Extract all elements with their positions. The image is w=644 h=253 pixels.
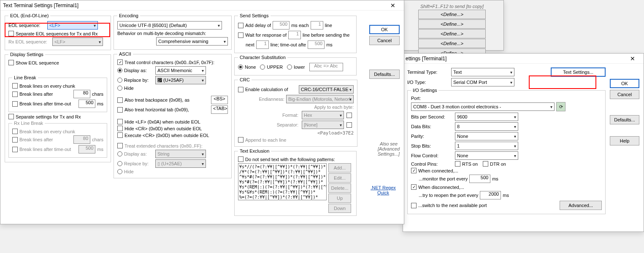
rx-line-break-legend: Rx Line Break — [12, 121, 45, 126]
reopen-label: ...try to reopen the port every — [419, 193, 478, 198]
ok-button[interactable]: OK — [610, 79, 639, 88]
switch-next-label: ...switch to the next available port — [418, 203, 487, 208]
switch-next-checkbox[interactable] — [411, 203, 417, 208]
rx-break-timeout-checkbox — [12, 147, 18, 152]
break-after-checkbox[interactable] — [12, 92, 18, 97]
crc-append-checkbox — [238, 137, 244, 143]
io-settings-legend: I/O Settings — [411, 88, 438, 93]
terminal-type-select[interactable]: Text — [451, 68, 514, 76]
close-icon[interactable]: ✕ — [384, 0, 401, 11]
close-icon[interactable]: ✕ — [624, 54, 641, 64]
separate-display-txrx-checkbox[interactable] — [8, 114, 14, 119]
charsub-lower-radio[interactable] — [287, 65, 292, 70]
add-delay-label: Add delay of — [245, 23, 271, 28]
help-button[interactable]: Help — [610, 136, 639, 145]
texcl-delete-button[interactable]: Delete... — [328, 183, 351, 193]
treat-control-checkbox[interactable] — [117, 59, 123, 65]
break-chunk-label: Break lines on every chunk — [19, 83, 75, 89]
hide-cr-checkbox[interactable] — [117, 126, 123, 131]
port-select[interactable]: COM8 - Duet 3 motion control electronics… — [411, 102, 555, 111]
defaults-button[interactable]: Defaults... — [610, 115, 639, 124]
ok-button[interactable]: OK — [369, 25, 400, 34]
also-bs-checkbox[interactable] — [117, 97, 123, 103]
display-as-select[interactable]: ASCII Mnemonic — [155, 66, 206, 75]
charsub-upper-radio[interactable] — [260, 65, 265, 70]
display-as-radio[interactable] — [117, 68, 122, 73]
also-tab-checkbox[interactable] — [117, 107, 123, 113]
wait-after-label: line; time-out afte — [271, 42, 306, 47]
text-exclusion-legend: Text Exclusion — [238, 148, 271, 153]
wait-resp-checkbox[interactable] — [238, 32, 244, 38]
mismatch-select[interactable]: Comprehensive warning — [156, 37, 228, 46]
when-disconnected-label: When disconnected,... — [418, 185, 464, 190]
break-timeout-label: Break lines after time-out — [19, 101, 71, 106]
texcl-enable-checkbox[interactable] — [238, 156, 244, 162]
add-delay-checkbox[interactable] — [238, 23, 244, 28]
exec-cr-checkbox[interactable] — [117, 132, 123, 138]
when-disconnected-checkbox[interactable] — [411, 184, 417, 190]
separate-eol-txrx-checkbox[interactable] — [8, 31, 14, 36]
regex-link[interactable]: .NET Regex Quick — [367, 185, 400, 195]
add-delay-lines-input[interactable]: 1 — [311, 21, 323, 30]
show-eol-checkbox[interactable] — [8, 60, 14, 65]
define-button[interactable]: <Define...> — [418, 39, 486, 48]
crc-payload: <Payload>37E2 — [317, 130, 354, 136]
replace-by2-label: Replace by: — [124, 161, 154, 166]
hide-lf-checkbox[interactable] — [117, 119, 123, 124]
break-timeout-checkbox[interactable] — [12, 101, 18, 107]
charsub-lower-label: lower — [294, 65, 305, 70]
define-button[interactable]: <Define...> — [418, 29, 486, 38]
crc-enable-checkbox[interactable] — [238, 87, 244, 92]
defaults-button[interactable]: Defaults... — [369, 70, 400, 79]
stop-bits-select[interactable]: 1 — [455, 142, 518, 150]
eol-sequence-select[interactable]: <LF> — [47, 21, 98, 30]
hide-radio[interactable] — [117, 86, 122, 91]
texcl-up-button[interactable]: Up — [328, 194, 351, 203]
crc-format-select: Hex — [302, 111, 344, 119]
text-settings-button[interactable]: Text Settings... — [551, 67, 606, 77]
texcl-edit-button[interactable]: Edit... — [328, 173, 351, 183]
dtr-checkbox[interactable] — [483, 161, 488, 167]
reopen-interval-input[interactable]: 2000 — [480, 191, 501, 199]
bps-select[interactable]: 9600 — [455, 113, 518, 121]
hide2-label: Hide — [124, 169, 134, 174]
break-after-input[interactable]: 80 — [73, 90, 90, 98]
cancel-button[interactable]: Cancel — [369, 36, 400, 45]
monitor-interval-input[interactable]: 500 — [469, 175, 490, 183]
charsub-none-radio[interactable] — [238, 65, 243, 70]
flow-select[interactable]: None — [455, 151, 518, 160]
wait-resp-lines-input[interactable]: 1 — [288, 31, 301, 39]
mismatch-label: Behavior on multi-byte decoding mismatch… — [117, 31, 206, 36]
define-button[interactable]: <Define...> — [418, 19, 486, 29]
treat-ext-checkbox — [117, 143, 123, 148]
wait-timeout-input[interactable]: 500 — [308, 40, 325, 49]
rts-checkbox[interactable] — [455, 161, 460, 167]
break-timeout-input[interactable]: 500 — [78, 100, 95, 108]
rts-label: RTS on — [462, 161, 478, 167]
charsub-example: Abc => Abc — [309, 63, 343, 71]
stop-bits-label: Stop Bits: — [411, 143, 453, 148]
io-type-select[interactable]: Serial COM Port — [451, 78, 514, 86]
refresh-port-icon[interactable]: ⟳ — [556, 102, 566, 111]
texcl-down-button[interactable]: Down — [328, 204, 351, 213]
break-after-label: Break lines after — [19, 92, 53, 97]
separate-eol-txrx-label: Separate EOL sequences for Tx and Rx — [16, 31, 97, 36]
wait-next-lines-input[interactable]: 1 — [256, 40, 269, 49]
advanced-button[interactable]: Advanced... — [560, 201, 602, 210]
text-terminal-title: Text Terminal Settings [Terminal1] — [3, 3, 384, 8]
define-button[interactable]: <Define...> — [418, 10, 486, 19]
cancel-button[interactable]: Cancel — [610, 90, 639, 99]
data-bits-select[interactable]: 8 — [455, 122, 518, 131]
encoding-select[interactable]: Unicode UTF-8 [65001] (Default) — [117, 21, 222, 30]
hint-text: Shift+F1..F12 to send [to copy] — [400, 4, 503, 9]
parity-select[interactable]: None — [455, 132, 518, 140]
when-connected-checkbox[interactable] — [411, 168, 417, 173]
texcl-patterns-textarea[interactable]: ¥s*//(?=(?:¥¥|[^¥¥])*(?:¥¥|[^¥¥])* /¥*(?… — [238, 163, 327, 200]
texcl-add-button[interactable]: Add... — [328, 163, 351, 172]
also-tab-label: Also treat horizontal tab (0x09), — [124, 107, 189, 112]
add-delay-ms-input[interactable]: 500 — [273, 21, 290, 30]
break-timeout-unit: ms — [97, 101, 103, 106]
break-chunk-checkbox[interactable] — [12, 83, 18, 89]
monitor-label: ...monitor the port every — [419, 176, 468, 181]
replace-by-radio[interactable] — [117, 78, 122, 83]
